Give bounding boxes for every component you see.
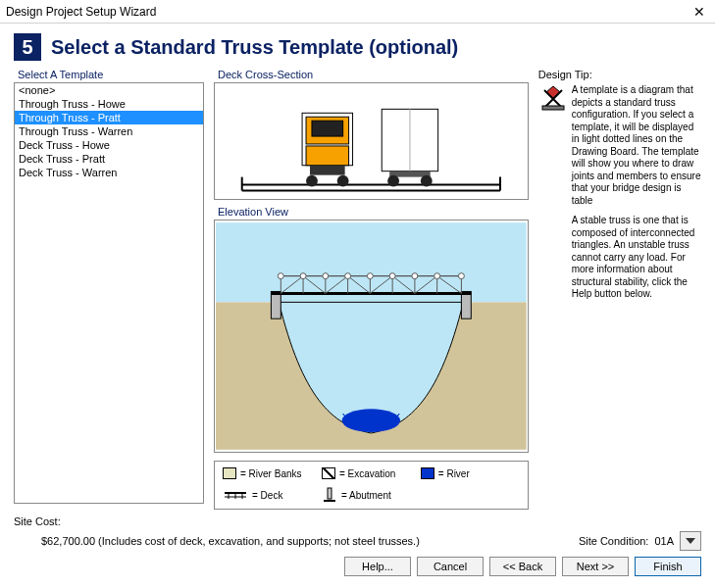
- svg-rect-7: [306, 146, 349, 166]
- legend-item-excavation: = Excavation: [322, 467, 421, 479]
- step-number: 5: [14, 33, 41, 61]
- legend-excavation-label: = Excavation: [339, 468, 396, 479]
- svg-marker-60: [686, 538, 695, 544]
- svg-point-15: [421, 175, 433, 187]
- svg-rect-59: [542, 106, 564, 110]
- svg-rect-16: [216, 222, 527, 302]
- svg-point-14: [387, 175, 399, 187]
- template-list-item[interactable]: <none>: [15, 83, 203, 97]
- legend-deck-label: = Deck: [252, 490, 282, 501]
- legend-item-deck: = Deck: [223, 489, 322, 501]
- tip-paragraph-1: A template is a diagram that depicts a s…: [572, 84, 701, 207]
- wizard-buttons: Help... Cancel << Back Next >> Finish: [344, 557, 701, 576]
- banks-swatch-icon: [223, 467, 236, 479]
- legend-item-abutment: = Abutment: [322, 487, 421, 503]
- back-button[interactable]: << Back: [489, 557, 556, 576]
- svg-point-47: [434, 273, 440, 279]
- template-list-item[interactable]: Through Truss - Howe: [15, 97, 203, 111]
- svg-rect-6: [312, 121, 343, 136]
- design-tip-label: Design Tip:: [538, 69, 701, 80]
- site-cost-label: Site Cost:: [14, 515, 701, 527]
- svg-rect-54: [328, 488, 332, 499]
- step-title: Select a Standard Truss Template (option…: [51, 36, 458, 59]
- excavation-swatch-icon: [322, 467, 335, 479]
- template-list-item[interactable]: Deck Truss - Warren: [15, 166, 203, 179]
- template-listbox[interactable]: <none>Through Truss - HoweThrough Truss …: [14, 82, 204, 504]
- window-title: Design Project Setup Wizard: [6, 5, 689, 19]
- svg-point-45: [389, 273, 395, 279]
- svg-point-42: [323, 273, 329, 279]
- elevation-label: Elevation View: [218, 206, 529, 218]
- step-header: 5 Select a Standard Truss Template (opti…: [0, 24, 715, 65]
- site-condition-value: 01A: [654, 535, 674, 547]
- template-list-item[interactable]: Through Truss - Warren: [15, 124, 203, 138]
- template-list-item[interactable]: Deck Truss - Howe: [15, 138, 203, 152]
- template-list-label: Select A Template: [18, 69, 204, 80]
- svg-point-43: [345, 273, 351, 279]
- design-tip-text: A template is a diagram that depicts a s…: [572, 84, 701, 309]
- site-condition-label: Site Condition:: [579, 535, 649, 547]
- svg-point-48: [458, 273, 464, 279]
- site-cost-value: $62,700.00 (Includes cost of deck, excav…: [41, 535, 579, 547]
- legend-item-river: = River: [421, 467, 520, 479]
- deck-section-label: Deck Cross-Section: [218, 69, 529, 80]
- svg-point-41: [300, 273, 306, 279]
- legend-panel: = River Banks = Excavation = River = Dec…: [214, 461, 529, 510]
- help-button[interactable]: Help...: [344, 557, 411, 576]
- svg-point-40: [278, 273, 283, 279]
- template-list-item[interactable]: Through Truss - Pratt: [15, 111, 203, 124]
- close-icon[interactable]: ✕: [689, 4, 709, 20]
- svg-point-44: [367, 273, 373, 279]
- svg-rect-20: [461, 291, 471, 318]
- site-condition-dropdown[interactable]: [680, 531, 701, 551]
- river-swatch-icon: [421, 467, 434, 479]
- deck-cross-section-panel: [214, 82, 529, 200]
- titlebar: Design Project Setup Wizard ✕: [0, 0, 715, 24]
- legend-abutment-label: = Abutment: [341, 490, 391, 501]
- next-button[interactable]: Next >>: [562, 557, 629, 576]
- cancel-button[interactable]: Cancel: [417, 557, 484, 576]
- svg-marker-56: [546, 86, 560, 98]
- elevation-view-panel: [214, 220, 529, 453]
- abutment-symbol-icon: [322, 487, 337, 503]
- legend-river-label: = River: [438, 468, 470, 479]
- legend-item-banks: = River Banks: [223, 467, 322, 479]
- svg-rect-8: [310, 166, 345, 175]
- finish-button[interactable]: Finish: [635, 557, 701, 576]
- svg-point-18: [342, 409, 400, 432]
- svg-rect-19: [271, 291, 281, 318]
- legend-banks-label: = River Banks: [240, 468, 302, 479]
- chevron-down-icon: [686, 538, 695, 544]
- deck-symbol-icon: [223, 489, 248, 501]
- site-condition: Site Condition: 01A: [579, 531, 701, 551]
- svg-point-46: [412, 273, 418, 279]
- svg-point-10: [337, 175, 349, 187]
- svg-point-9: [306, 175, 318, 187]
- design-tip-icon: [538, 84, 568, 114]
- tip-paragraph-2: A stable truss is one that is composed o…: [572, 215, 701, 301]
- template-list-item[interactable]: Deck Truss - Pratt: [15, 152, 203, 166]
